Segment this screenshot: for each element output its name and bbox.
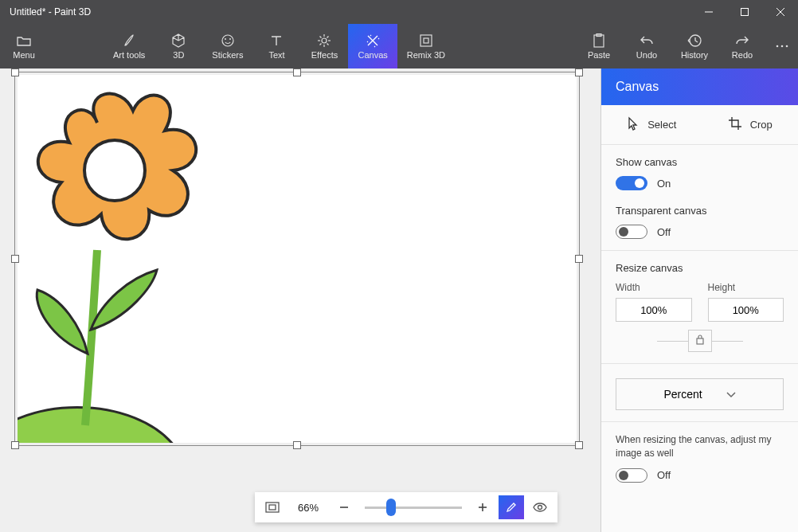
main-area: 66% Canvas Select Crop Show canvas	[0, 68, 798, 532]
zoom-bar: 66%	[255, 492, 557, 522]
svg-rect-31	[697, 338, 703, 344]
select-button[interactable]: Select	[627, 116, 676, 133]
resize-handle[interactable]	[575, 441, 583, 449]
text-icon	[270, 33, 283, 49]
resize-handle[interactable]	[11, 441, 19, 449]
3d-button[interactable]: 3D	[155, 24, 202, 68]
svg-line-14	[320, 44, 322, 45]
art-tools-button[interactable]: Art tools	[104, 24, 155, 68]
main-toolbar: Menu Art tools 3D Stickers Text Effects …	[0, 24, 798, 68]
canvas-icon	[366, 33, 380, 49]
zoom-slider-thumb[interactable]	[386, 499, 396, 516]
resize-handle[interactable]	[575, 255, 583, 263]
canvas-workspace[interactable]: 66%	[0, 68, 600, 532]
zoom-in-button[interactable]	[470, 495, 495, 519]
resize-section: Resize canvas Width Height	[601, 251, 798, 364]
svg-point-22	[781, 45, 784, 48]
svg-point-6	[229, 38, 231, 40]
select-crop-row: Select Crop	[601, 105, 798, 145]
canvas-surface[interactable]	[18, 75, 577, 443]
undo-button[interactable]: Undo	[623, 24, 671, 68]
resize-image-state: Off	[657, 469, 671, 481]
svg-point-7	[322, 38, 327, 43]
paste-button[interactable]: Paste	[575, 24, 623, 68]
panel-title: Canvas	[601, 68, 798, 105]
folder-icon	[17, 33, 31, 49]
width-input[interactable]	[616, 298, 692, 322]
height-input[interactable]	[708, 298, 784, 322]
svg-point-24	[84, 140, 145, 201]
resize-image-toggle[interactable]	[616, 468, 647, 483]
show-canvas-state: On	[657, 178, 671, 190]
fit-screen-button[interactable]	[260, 495, 285, 519]
effects-icon	[317, 33, 331, 49]
resize-handle[interactable]	[11, 68, 19, 76]
transparent-canvas-state: Off	[657, 226, 671, 238]
svg-rect-16	[421, 35, 432, 46]
show-canvas-toggle[interactable]	[616, 176, 647, 190]
unit-dropdown[interactable]: Percent	[616, 378, 784, 410]
zoom-value[interactable]: 66%	[288, 502, 328, 514]
svg-point-5	[225, 38, 226, 40]
svg-rect-17	[424, 38, 428, 43]
more-button[interactable]	[766, 24, 798, 68]
cube-icon	[171, 33, 186, 49]
canvas-selection[interactable]	[14, 72, 580, 446]
maximize-button[interactable]	[726, 0, 762, 24]
resize-handle[interactable]	[575, 68, 583, 76]
menu-button[interactable]: Menu	[0, 24, 48, 68]
svg-line-12	[320, 37, 322, 38]
text-button[interactable]: Text	[252, 24, 300, 68]
remix-3d-button[interactable]: Remix 3D	[397, 24, 455, 68]
resize-handle[interactable]	[293, 68, 301, 76]
minimize-button[interactable]	[690, 0, 726, 24]
svg-line-13	[327, 44, 329, 45]
edit-mode-button[interactable]	[499, 495, 524, 519]
view-mode-button[interactable]	[527, 495, 553, 519]
canvas-button[interactable]: Canvas	[348, 24, 397, 68]
history-icon	[687, 33, 702, 49]
window-title: Untitled* - Paint 3D	[10, 6, 91, 18]
lock-icon	[688, 330, 712, 352]
more-icon	[776, 38, 788, 54]
crop-icon	[728, 116, 742, 133]
redo-button[interactable]: Redo	[718, 24, 766, 68]
unit-section: Percent	[601, 364, 798, 422]
remix-icon	[419, 33, 433, 49]
redo-icon	[735, 33, 749, 49]
close-button[interactable]	[762, 0, 798, 24]
aspect-lock[interactable]	[616, 330, 784, 352]
svg-line-15	[327, 37, 329, 38]
svg-rect-26	[269, 505, 276, 510]
sticker-icon	[221, 33, 235, 49]
history-button[interactable]: History	[671, 24, 718, 68]
crop-button[interactable]: Crop	[728, 116, 773, 133]
svg-rect-18	[594, 35, 604, 47]
chevron-down-icon	[726, 388, 736, 401]
zoom-slider[interactable]	[365, 507, 462, 509]
svg-rect-1	[741, 9, 748, 16]
show-canvas-section: Show canvas On Transparent canvas Off	[601, 145, 798, 251]
svg-rect-25	[266, 503, 279, 512]
effects-button[interactable]: Effects	[300, 24, 348, 68]
resize-hint-section: When resizing the canvas, adjust my imag…	[601, 422, 798, 494]
cursor-icon	[627, 116, 640, 133]
side-panel: Canvas Select Crop Show canvas On Transp…	[600, 68, 798, 532]
brush-icon	[123, 33, 135, 49]
svg-point-21	[776, 45, 779, 48]
paste-icon	[593, 33, 605, 49]
stickers-button[interactable]: Stickers	[202, 24, 252, 68]
undo-icon	[640, 33, 654, 49]
resize-handle[interactable]	[293, 441, 301, 449]
svg-point-23	[786, 45, 788, 48]
transparent-canvas-toggle[interactable]	[616, 225, 647, 239]
title-bar: Untitled* - Paint 3D	[0, 0, 798, 24]
resize-handle[interactable]	[11, 255, 19, 263]
zoom-out-button[interactable]	[331, 495, 357, 519]
svg-point-30	[538, 506, 542, 510]
svg-point-4	[222, 35, 233, 46]
